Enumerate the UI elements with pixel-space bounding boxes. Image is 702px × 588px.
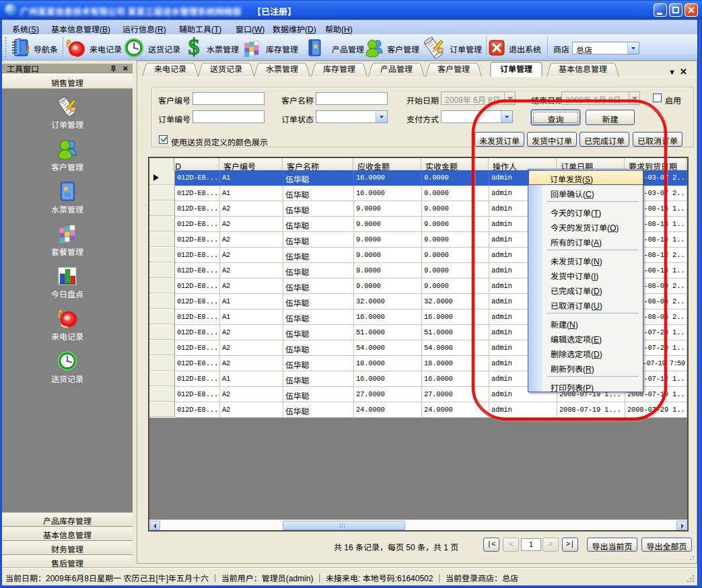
svg-text:水票管理: 水票管理: [266, 63, 298, 74]
svg-text:产品管理: 产品管理: [380, 63, 413, 74]
svg-text:基本信息管理: 基本信息管理: [559, 63, 607, 74]
svg-text:库存管理: 库存管理: [323, 63, 355, 74]
svg-text:客户管理: 客户管理: [437, 63, 470, 74]
svg-text:$: $: [188, 37, 200, 59]
svg-text:订单管理: 订单管理: [500, 63, 532, 74]
svg-text:来电记录: 来电记录: [154, 63, 186, 74]
svg-text:送货记录: 送货记录: [210, 63, 242, 74]
